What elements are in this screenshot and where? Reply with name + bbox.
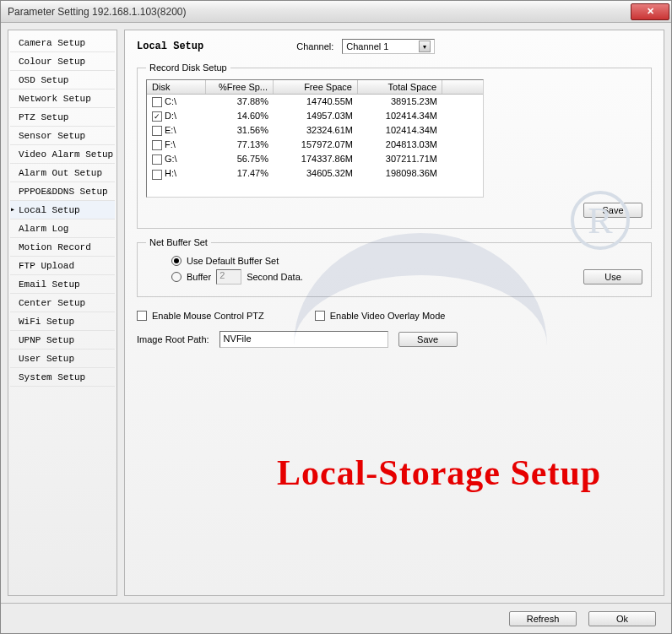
record-disk-legend: Record Disk Setup [146, 62, 230, 73]
disk-checkbox[interactable] [152, 154, 162, 165]
disk-free: 14740.55M [274, 95, 358, 108]
disk-total: 198098.36M [358, 167, 442, 180]
disk-row[interactable]: G:\56.75%174337.86M307211.71M [147, 152, 483, 166]
disk-pct: 17.47% [206, 167, 274, 180]
disk-checkbox[interactable] [152, 170, 162, 180]
disk-free: 174337.86M [274, 153, 358, 165]
disk-name: D:\ [165, 111, 176, 121]
sidebar: Camera SetupColour SetupOSD SetupNetwork… [8, 30, 117, 596]
main-header: Local Setup Channel: Channel 1 ▾ [137, 39, 652, 54]
disk-free: 14957.03M [274, 110, 358, 122]
disk-row[interactable]: H:\17.47%34605.32M198098.36M [147, 166, 483, 181]
sidebar-item-network-setup[interactable]: Network Setup [10, 89, 115, 108]
disk-row[interactable]: ✓D:\14.60%14957.03M102414.34M [147, 109, 483, 123]
image-path-label: Image Root Path: [137, 334, 209, 344]
disk-total: 38915.23M [358, 95, 442, 108]
sidebar-item-video-alarm-setup[interactable]: Video Alarm Setup [10, 145, 115, 164]
app-window: Parameter Setting 192.168.1.103(8200) ✕ … [0, 0, 672, 634]
disk-free: 32324.61M [274, 124, 358, 137]
sidebar-item-osd-setup[interactable]: OSD Setup [10, 71, 115, 89]
sidebar-item-ptz-setup[interactable]: PTZ Setup [10, 108, 115, 127]
disk-checkbox[interactable] [152, 140, 162, 150]
image-path-input[interactable]: NVFile [219, 331, 388, 348]
disk-name: C:\ [165, 96, 176, 106]
image-path-save-button[interactable]: Save [398, 332, 458, 347]
sidebar-item-alarm-out-setup[interactable]: Alarm Out Setup [10, 164, 115, 182]
use-button[interactable]: Use [583, 269, 642, 284]
second-data-label: Second Data. [247, 272, 303, 282]
disk-name: F:\ [165, 139, 176, 149]
channel-select[interactable]: Channel 1 ▾ [342, 39, 435, 54]
disk-checkbox[interactable] [152, 126, 162, 136]
disk-table: Disk %Free Sp... Free Space Total Space … [146, 79, 484, 198]
radio-buffer-label: Buffer [187, 272, 211, 282]
sidebar-item-upnp-setup[interactable]: UPNP Setup [10, 331, 115, 350]
sidebar-item-user-setup[interactable]: User Setup [10, 350, 115, 368]
radio-default-row[interactable]: Use Default Buffer Set [171, 256, 642, 266]
sidebar-item-email-setup[interactable]: Email Setup [10, 275, 115, 294]
disk-name: E:\ [165, 125, 176, 135]
bottom-bar: Refresh Ok [1, 603, 671, 633]
disk-name: H:\ [165, 168, 176, 178]
overlay-checkbox[interactable] [315, 311, 325, 321]
disk-total: 204813.03M [358, 138, 442, 151]
col-header-free[interactable]: Free Space [274, 80, 358, 94]
disk-table-header: Disk %Free Sp... Free Space Total Space [147, 80, 483, 95]
window-title: Parameter Setting 192.168.1.103(8200) [8, 6, 186, 18]
checks-line: Enable Mouse Control PTZ Enable Video Ov… [137, 306, 652, 326]
main-panel: R Local Setup Channel: Channel 1 ▾ Recor… [124, 30, 664, 596]
col-header-disk[interactable]: Disk [147, 80, 206, 94]
col-header-total[interactable]: Total Space [358, 80, 442, 94]
titlebar: Parameter Setting 192.168.1.103(8200) ✕ [1, 1, 671, 23]
sidebar-item-pppoe-ddns-setup[interactable]: PPPOE&DDNS Setup [10, 182, 115, 201]
sidebar-item-ftp-upload[interactable]: FTP Upload [10, 257, 115, 275]
sidebar-item-wifi-setup[interactable]: WiFi Setup [10, 312, 115, 331]
sidebar-item-local-setup[interactable]: Local Setup [10, 201, 115, 219]
mouse-ptz-check-row[interactable]: Enable Mouse Control PTZ [137, 311, 264, 321]
disk-pct: 77.13% [206, 138, 274, 151]
overlay-check-row[interactable]: Enable Video Overlay Mode [315, 311, 446, 321]
net-buffer-legend: Net Buffer Set [146, 237, 211, 247]
sidebar-item-camera-setup[interactable]: Camera Setup [10, 34, 115, 52]
disk-name: G:\ [165, 154, 177, 164]
radio-buffer[interactable] [171, 272, 182, 282]
ok-button[interactable]: Ok [588, 611, 656, 626]
col-header-pct[interactable]: %Free Sp... [206, 80, 274, 94]
refresh-button[interactable]: Refresh [509, 611, 577, 626]
channel-selected-value: Channel 1 [346, 41, 388, 51]
overlay-label: Enable Video Overlay Mode [330, 311, 446, 321]
sidebar-item-motion-record[interactable]: Motion Record [10, 238, 115, 257]
disk-total: 307211.71M [358, 153, 442, 165]
chevron-down-icon: ▾ [419, 41, 431, 52]
disk-row[interactable]: F:\77.13%157972.07M204813.03M [147, 138, 483, 152]
sidebar-item-alarm-log[interactable]: Alarm Log [10, 219, 115, 238]
radio-buffer-row[interactable]: Buffer 2 Second Data. [171, 269, 303, 284]
caption-overlay: Local-Storage Setup [277, 452, 601, 493]
sidebar-item-system-setup[interactable]: System Setup [10, 368, 115, 387]
net-buffer-group: Net Buffer Set Use Default Buffer Set Bu… [137, 237, 652, 297]
disk-pct: 37.88% [206, 95, 274, 108]
record-disk-group: Record Disk Setup Disk %Free Sp... Free … [137, 62, 652, 229]
disk-total: 102414.34M [358, 110, 442, 122]
record-disk-save-button[interactable]: Save [583, 203, 642, 218]
disk-row[interactable]: C:\37.88%14740.55M38915.23M [147, 95, 483, 109]
mouse-ptz-checkbox[interactable] [137, 311, 147, 321]
sidebar-item-center-setup[interactable]: Center Setup [10, 294, 115, 312]
close-button[interactable]: ✕ [631, 3, 669, 20]
buffer-value-input[interactable]: 2 [216, 269, 241, 284]
disk-free: 157972.07M [274, 138, 358, 151]
sidebar-item-sensor-setup[interactable]: Sensor Setup [10, 127, 115, 145]
disk-pct: 31.56% [206, 124, 274, 137]
disk-pct: 56.75% [206, 153, 274, 165]
disk-pct: 14.60% [206, 110, 274, 122]
close-icon: ✕ [647, 6, 654, 17]
disk-free: 34605.32M [274, 167, 358, 180]
sidebar-item-colour-setup[interactable]: Colour Setup [10, 52, 115, 71]
disk-row[interactable]: E:\31.56%32324.61M102414.34M [147, 123, 483, 138]
disk-checkbox[interactable]: ✓ [152, 111, 162, 122]
page-title: Local Setup [137, 41, 203, 52]
disk-checkbox[interactable] [152, 97, 162, 107]
radio-default-label: Use Default Buffer Set [187, 256, 279, 266]
radio-default[interactable] [171, 256, 182, 266]
channel-label: Channel: [296, 41, 333, 51]
